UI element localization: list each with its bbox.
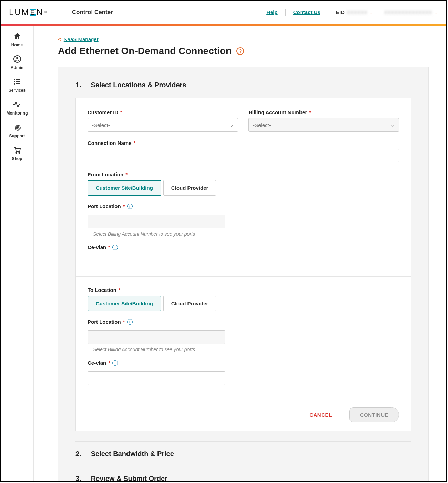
logo-e: E [30,9,36,16]
svg-point-1 [16,57,18,59]
step-number: 1. [75,81,81,89]
step-1-header: 1. Select Locations & Providers [75,81,411,89]
from-customer-site-button[interactable]: Customer Site/Building [88,180,161,196]
to-location-label: To Location * [88,287,399,293]
main-content: < NaaS Manager Add Ethernet On-Demand Co… [34,26,446,481]
logo[interactable]: LUMEN® [9,8,48,17]
svg-rect-5 [16,81,20,82]
chevron-down-icon: ⌄ [369,10,373,15]
sidebar-item-shop[interactable]: Shop [12,146,22,161]
logo-registered: ® [44,10,48,14]
sidebar-item-label: Support [9,134,25,138]
svg-point-9 [16,152,17,154]
account-value: XXXXXXXXXXXXXX [384,9,432,15]
help-link[interactable]: Help [266,9,278,15]
header-right: Help Contact Us EID XXXXXX ⌄ XXXXXXXXXXX… [266,9,438,16]
sidebar-item-admin[interactable]: Admin [11,55,23,70]
sidebar-item-home[interactable]: Home [11,32,23,47]
billing-group: Billing Account Number * ⌄ [248,109,399,132]
from-port-hint: Select Billing Account Number to see you… [93,231,399,237]
svg-point-6 [14,83,15,85]
step-title: Select Bandwidth & Price [91,450,174,458]
to-port-location-label: Port Location * i [88,319,399,325]
customer-id-label: Customer ID * [88,109,238,115]
eid-label: EID [336,9,345,15]
sidebar-item-label: Admin [11,65,23,70]
header-bar: LUMEN® Control Center Help Contact Us EI… [1,1,446,24]
sidebar-item-services[interactable]: Services [9,78,26,93]
info-icon[interactable]: i [127,204,133,209]
svg-rect-7 [16,83,20,84]
logo-prefix: LUM [9,8,30,17]
cart-icon [13,146,21,154]
step-title: Select Locations & Providers [91,81,186,89]
info-icon[interactable]: i [112,245,118,250]
sidebar-item-label: Home [11,42,23,47]
svg-rect-3 [16,79,20,80]
to-cloud-provider-button[interactable]: Cloud Provider [163,296,216,311]
svg-point-10 [19,152,20,154]
header-divider [285,9,286,16]
sidebar-item-label: Shop [12,156,22,161]
to-customer-site-button[interactable]: Customer Site/Building [88,296,161,311]
page-title-text: Add Ethernet On-Demand Connection [58,46,232,57]
to-cevlan-input[interactable] [88,371,225,385]
billing-select[interactable]: ⌄ [248,118,399,132]
from-port-location-label: Port Location * i [88,203,399,209]
step-3-header[interactable]: 3. Review & Submit Order [75,466,411,481]
eid-value: XXXXXX [347,9,367,15]
billing-input[interactable] [248,118,399,132]
contact-link[interactable]: Contact Us [293,9,320,15]
page-title: Add Ethernet On-Demand Connection ? [58,46,429,57]
to-port-hint: Select Billing Account Number to see you… [93,347,399,352]
customer-id-input[interactable] [88,118,238,132]
step-number: 3. [75,475,81,481]
header-divider [328,9,328,16]
to-port-location-input[interactable] [88,330,225,344]
from-location-label: From Location * [88,171,399,177]
from-cloud-provider-button[interactable]: Cloud Provider [163,180,216,196]
info-icon[interactable]: i [127,319,133,325]
section-divider [76,276,411,277]
chevron-left-icon[interactable]: < [58,36,61,42]
to-location-toggle: Customer Site/Building Cloud Provider [88,296,399,311]
customer-id-group: Customer ID * ⌄ [88,109,238,132]
eid-dropdown[interactable]: EID XXXXXX ⌄ [336,9,373,15]
from-port-location-input[interactable] [88,215,225,228]
wizard-container: 1. Select Locations & Providers Customer… [58,67,429,481]
help-icon[interactable]: ? [236,47,244,55]
step-title: Review & Submit Order [91,475,167,481]
user-icon [13,55,21,63]
customer-id-select[interactable]: ⌄ [88,118,238,132]
account-dropdown[interactable]: XXXXXXXXXXXXXX ⌄ [380,9,438,15]
sidebar-item-label: Monitoring [7,111,28,116]
billing-label: Billing Account Number * [248,109,399,115]
step-2-header[interactable]: 2. Select Bandwidth & Price [75,441,411,466]
app-title: Control Center [72,9,113,16]
connection-name-label: Connection Name * [88,140,399,146]
form-panel: Customer ID * ⌄ Billing Account Number *… [75,98,411,431]
sidebar-item-label: Services [9,88,26,93]
gear-icon [13,123,21,131]
sidebar-item-support[interactable]: Support [9,123,25,138]
info-icon[interactable]: i [112,360,118,366]
breadcrumb: < NaaS Manager [58,36,429,42]
continue-button[interactable]: CONTINUE [349,407,399,422]
activity-icon [13,100,21,109]
sidebar-item-monitoring[interactable]: Monitoring [7,100,28,116]
connection-name-input[interactable] [88,149,399,162]
home-icon [13,32,21,40]
from-location-toggle: Customer Site/Building Cloud Provider [88,180,399,196]
from-cevlan-label: Ce-vlan * i [88,244,399,250]
chevron-down-icon: ⌄ [434,10,438,15]
connection-name-group: Connection Name * [88,140,399,162]
svg-point-4 [14,81,15,82]
list-icon [13,78,21,86]
cancel-button[interactable]: CANCEL [309,412,332,418]
breadcrumb-link[interactable]: NaaS Manager [64,36,99,42]
from-cevlan-input[interactable] [88,256,225,269]
action-bar: CANCEL CONTINUE [76,399,411,431]
step-number: 2. [75,450,81,458]
to-cevlan-label: Ce-vlan * i [88,360,399,366]
logo-suffix: N [37,8,43,17]
